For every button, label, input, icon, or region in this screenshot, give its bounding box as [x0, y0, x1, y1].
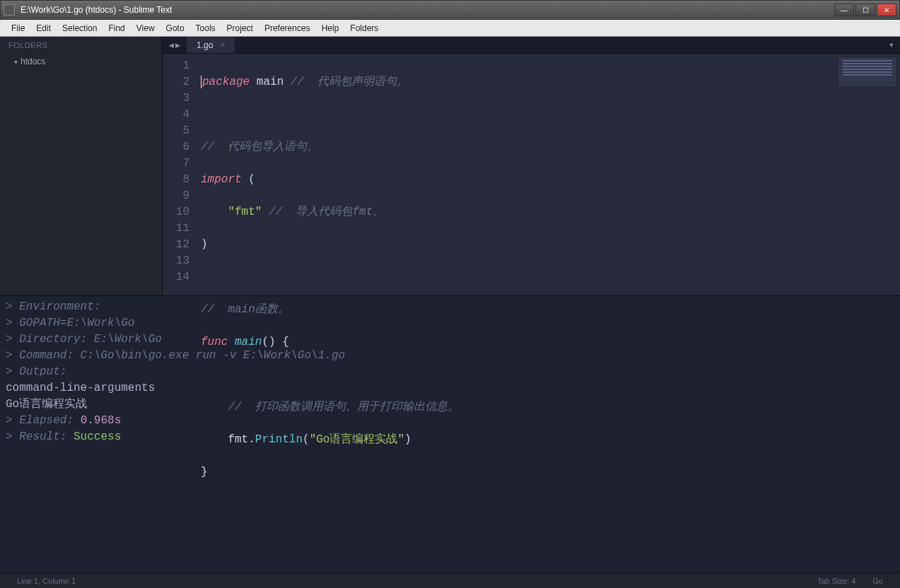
line-number: 2: [163, 74, 189, 90]
keyword: package: [202, 76, 250, 88]
tab-label: 1.go: [197, 40, 213, 50]
minimap[interactable]: [839, 58, 896, 86]
sidebar-header: FOLDERS: [0, 37, 162, 54]
chevron-down-icon: ▾: [14, 58, 18, 66]
window-title: E:\Work\Go\1.go (htdocs) - Sublime Text: [21, 5, 834, 15]
minimize-button[interactable]: —: [834, 4, 854, 16]
tab-dropdown-icon[interactable]: ▼: [883, 37, 900, 53]
tab-bar: ◀ ▶ 1.go × ▼: [163, 37, 900, 54]
elapsed-value: 0.968s: [81, 414, 122, 427]
console-label: > Result:: [6, 430, 74, 443]
text-caret: [201, 76, 201, 88]
maximize-button[interactable]: ☐: [855, 4, 875, 16]
line-number: 6: [163, 139, 189, 155]
identifier: fmt: [228, 433, 248, 446]
window-title-bar: E:\Work\Go\1.go (htdocs) - Sublime Text …: [0, 0, 900, 20]
identifier: main: [257, 76, 284, 88]
punct: ): [201, 238, 208, 251]
punct: .: [248, 433, 255, 446]
line-number: 10: [163, 204, 189, 220]
tab-history-buttons[interactable]: ◀ ▶: [163, 37, 187, 53]
punct: }: [201, 466, 208, 478]
line-number: 5: [163, 123, 189, 139]
comment: // 代码包导入语句。: [201, 141, 318, 153]
comment: // main函数。: [201, 303, 289, 316]
cursor-position[interactable]: Line 1, Column 1: [8, 577, 84, 585]
menu-bar: File Edit Selection Find View Goto Tools…: [0, 20, 900, 37]
menu-help[interactable]: Help: [316, 23, 345, 33]
console-label: > Elapsed:: [6, 414, 81, 427]
syntax-language[interactable]: Go: [864, 577, 892, 585]
line-number: 7: [163, 155, 189, 172]
menu-selection[interactable]: Selection: [57, 23, 103, 33]
menu-preferences[interactable]: Preferences: [259, 23, 316, 33]
func-name: main: [235, 336, 262, 348]
line-number: 11: [163, 220, 189, 237]
comment: // 代码包声明语句。: [291, 76, 408, 88]
app-icon: [4, 4, 15, 16]
punct: {: [282, 336, 289, 348]
line-number-gutter: 1 2 3 4 5 6 7 8 9 10 11 12 13 14: [163, 54, 197, 295]
line-number: 4: [163, 107, 189, 123]
line-number: 9: [163, 188, 189, 204]
punct: ): [404, 433, 411, 446]
window-controls: — ☐ ✕: [834, 4, 896, 16]
line-number: 8: [163, 172, 189, 188]
comment: // 打印函数调用语句。用于打印输出信息。: [228, 401, 458, 413]
code-content[interactable]: package main // 代码包声明语句。 // 代码包导入语句。 imp…: [197, 54, 459, 295]
tab-size[interactable]: Tab Size: 4: [809, 577, 864, 585]
menu-view[interactable]: View: [131, 23, 160, 33]
menu-find[interactable]: Find: [103, 23, 130, 33]
editor-area: ◀ ▶ 1.go × ▼ 1 2 3 4 5 6 7 8 9 10 11 12 …: [163, 37, 900, 295]
sidebar: FOLDERS ▾ htdocs: [0, 37, 163, 295]
keyword: func: [201, 336, 228, 348]
status-bar: Line 1, Column 1 Tab Size: 4 Go: [0, 572, 900, 588]
line-number: 12: [163, 237, 189, 253]
menu-project[interactable]: Project: [221, 23, 259, 33]
line-number: 1: [163, 58, 189, 74]
code-editor[interactable]: 1 2 3 4 5 6 7 8 9 10 11 12 13 14 package…: [163, 54, 900, 295]
func-call: Println: [255, 433, 303, 446]
tab-1-go[interactable]: 1.go ×: [187, 37, 235, 53]
punct: (: [248, 173, 255, 186]
line-number: 3: [163, 90, 189, 107]
string: "fmt": [228, 206, 262, 218]
menu-tools[interactable]: Tools: [190, 23, 221, 33]
folder-label: htdocs: [21, 57, 45, 66]
menu-folders[interactable]: Folders: [344, 23, 384, 33]
menu-file[interactable]: File: [6, 23, 30, 33]
line-number: 13: [163, 253, 189, 269]
close-button[interactable]: ✕: [877, 4, 896, 16]
main-area: FOLDERS ▾ htdocs ◀ ▶ 1.go × ▼ 1 2 3 4 5 …: [0, 37, 900, 295]
line-number: 14: [163, 269, 189, 286]
punct: (: [303, 433, 310, 446]
close-icon[interactable]: ×: [220, 40, 225, 50]
menu-edit[interactable]: Edit: [30, 23, 57, 33]
sidebar-item-htdocs[interactable]: ▾ htdocs: [0, 54, 162, 69]
keyword: import: [201, 173, 242, 186]
punct: (): [262, 336, 275, 348]
result-value: Success: [74, 430, 121, 443]
string: "Go语言编程实战": [310, 433, 404, 446]
comment: // 导入代码包fmt。: [269, 206, 384, 218]
menu-goto[interactable]: Goto: [160, 23, 190, 33]
